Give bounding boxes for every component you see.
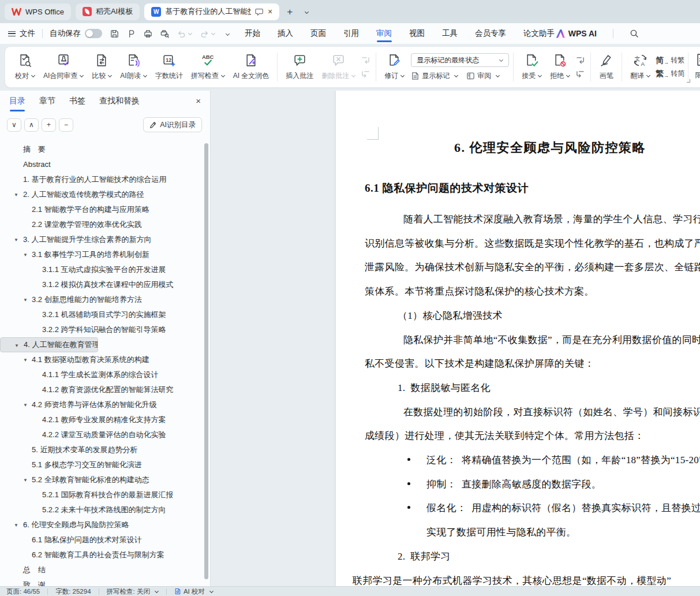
simplified-to-traditional-button[interactable]: 简→ 转繁 xyxy=(656,55,684,66)
sidebar-tab[interactable]: 目录 xyxy=(9,96,25,111)
sidebar-tab[interactable]: 查找和替换 xyxy=(99,96,140,111)
toc-item[interactable]: ▼3.2 创新思维能力的智能培养方法 xyxy=(0,292,202,307)
toc-item[interactable]: ▼4.1 数据驱动型教育决策系统的构建 xyxy=(0,352,202,367)
toc-item[interactable]: ▼5.2 全球教育智能化标准的构建动态 xyxy=(0,472,202,487)
toc-item[interactable]: 5.1 多模态学习交互的智能化演进 xyxy=(0,457,202,472)
ai-polish-button[interactable]: AI 全文润色 xyxy=(229,53,274,81)
collapse-all-button[interactable]: − xyxy=(59,118,73,132)
tab-document[interactable]: W 基于教育行业的人工智能技术 × xyxy=(144,3,279,20)
next-comment-icon[interactable] xyxy=(361,70,370,79)
toc-expand-arrow[interactable]: ▼ xyxy=(23,248,28,262)
toc-item[interactable]: 总 结 xyxy=(0,563,202,578)
print-preview-icon[interactable] xyxy=(160,29,169,38)
translate-button[interactable]: 文 A 翻译 xyxy=(626,53,654,81)
toc-item[interactable]: ▼3.1 叙事性学习工具的培养机制创新 xyxy=(0,247,202,262)
toc-item[interactable]: 4.2.1 教师专业发展的精准化支持方案 xyxy=(0,412,202,427)
toc-item[interactable]: 2.2 课堂教学管理的效率优化实践 xyxy=(0,217,202,232)
toc-item[interactable]: 3.2.1 机器辅助项目式学习的实施框架 xyxy=(0,307,202,322)
collapse-heading-button[interactable]: ∨ xyxy=(7,118,21,132)
show-markup-button[interactable]: 显示标记 xyxy=(411,71,458,81)
toc-expand-arrow[interactable]: ▼ xyxy=(23,293,28,307)
toc-item[interactable]: Abstract xyxy=(0,157,202,172)
toc-item[interactable]: ▼6. 伦理安全顾虑与风险防控策略 xyxy=(0,517,202,532)
toc-expand-arrow[interactable]: ▼ xyxy=(14,338,19,352)
print-icon[interactable] xyxy=(144,29,152,38)
toc-expand-arrow[interactable]: ▼ xyxy=(14,233,18,247)
toc-item[interactable]: ▼3. 人工智能提升学生综合素养的新方向 xyxy=(0,232,202,247)
toc-item[interactable]: ▼2. 人工智能改造传统教学模式的路径 xyxy=(0,187,202,202)
toc-expand-arrow[interactable]: ▼ xyxy=(23,353,28,367)
insert-comment-button[interactable]: 插入批注 xyxy=(282,53,317,81)
restrict-edit-button[interactable]: 限制 xyxy=(691,53,700,80)
ai-read-aloud-button[interactable]: AI朗读 xyxy=(116,53,151,81)
toc-item[interactable]: ▼4.2 师资培养与评估体系的智能化升级 xyxy=(0,397,202,412)
export-pdf-icon[interactable] xyxy=(127,29,136,38)
redo-button[interactable] xyxy=(200,29,215,38)
save-icon[interactable] xyxy=(110,29,119,38)
tab-wps-office[interactable]: WPS Office xyxy=(5,3,71,20)
spell-check-status[interactable]: 拼写检查: 关闭 xyxy=(107,587,159,596)
toc-item[interactable]: ▼4. 人工智能在教育管理中的深度渗透 xyxy=(0,337,98,352)
traditional-to-simplified-button[interactable]: 繁→ 转简 xyxy=(656,69,684,79)
markup-state-select[interactable]: 显示标记的最终状态 xyxy=(411,53,509,67)
toc-item[interactable]: 4.1.1 学生成长监测体系的综合设计 xyxy=(0,367,202,382)
new-tab-button[interactable]: + xyxy=(284,3,295,20)
toc-item[interactable]: 致 谢 xyxy=(0,578,202,586)
toc-item[interactable]: 6.2 智能教育工具的社会责任与限制方案 xyxy=(0,547,202,563)
word-count-button[interactable]: 12 字数统计 xyxy=(151,53,187,81)
undo-button[interactable] xyxy=(177,29,192,38)
spell-check-button[interactable]: ABC 拼写检查 xyxy=(187,53,229,81)
toc-item[interactable]: 5.2.2 未来十年技术路线图的制定方向 xyxy=(0,502,202,517)
autosave-toggle[interactable] xyxy=(85,29,102,38)
tab-docer[interactable]: 稻壳AI模板 xyxy=(76,3,140,20)
search-icon[interactable] xyxy=(630,29,639,38)
document-page[interactable]: 6. 伦理安全顾虑与风险防控策略 6.1 隐私保护问题的技术对策设计 随着人工智… xyxy=(336,91,700,586)
expand-heading-button[interactable]: ∧ xyxy=(24,118,39,132)
menu-item[interactable]: 审阅 xyxy=(376,23,392,44)
toc-item[interactable]: 3.1.1 互动式虚拟实验平台的开发进展 xyxy=(0,262,202,277)
reject-revision-button[interactable]: 拒绝 xyxy=(546,53,574,81)
menu-item[interactable]: 视图 xyxy=(409,23,425,44)
toc-expand-arrow[interactable]: ▼ xyxy=(23,473,28,487)
menu-item[interactable]: 开始 xyxy=(245,23,260,44)
page-indicator[interactable]: 页面: 46/55 xyxy=(6,587,40,596)
delete-comment-button[interactable]: 删除批注 xyxy=(317,53,360,81)
review-pane-button[interactable]: 审阅 xyxy=(466,71,500,81)
ai-recognize-toc-button[interactable]: AI识别目录 xyxy=(143,117,202,132)
toc-item[interactable]: 摘 要 xyxy=(0,142,202,157)
menu-item[interactable]: 工具 xyxy=(442,23,458,44)
ai-proofread-status[interactable]: AI 校对 xyxy=(174,587,214,596)
sidebar-tab[interactable]: 书签 xyxy=(69,96,85,111)
toc-expand-arrow[interactable]: ▼ xyxy=(23,398,28,412)
menu-item[interactable]: 页面 xyxy=(310,23,326,44)
toc-item[interactable]: 3.2.2 跨学科知识融合的智能引导策略 xyxy=(0,322,202,337)
ink-brush-button[interactable]: 画笔 xyxy=(595,53,617,81)
toc-item[interactable]: 5. 近期技术变革的发展趋势分析 xyxy=(0,442,202,457)
close-tab-icon[interactable]: × xyxy=(268,7,272,16)
menu-item[interactable]: 会员专享 xyxy=(475,23,506,44)
file-menu[interactable]: 文件 xyxy=(20,28,35,39)
sidebar-tab[interactable]: 章节 xyxy=(39,96,55,111)
sidebar-scrollbar-thumb[interactable] xyxy=(204,143,208,579)
next-change-icon[interactable] xyxy=(576,70,585,79)
quick-access-dropdown[interactable] xyxy=(223,29,230,38)
chat-bubble-icon[interactable] xyxy=(255,8,264,16)
toc-expand-arrow[interactable]: ▼ xyxy=(14,518,18,532)
close-sidebar-icon[interactable]: × xyxy=(196,96,201,106)
toc-item[interactable]: 5.2.1 国际教育科技合作的最新进展汇报 xyxy=(0,487,202,502)
wps-ai-button[interactable]: WPS AI xyxy=(556,29,597,38)
toc-item[interactable]: 1. 基于教育行业的人工智能技术的综合运用 xyxy=(0,172,202,187)
toc-item[interactable]: 6.1 隐私保护问题的技术对策设计 xyxy=(0,532,202,547)
track-changes-button[interactable]: 修订 xyxy=(380,53,409,81)
previous-comment-icon[interactable] xyxy=(361,56,370,65)
menu-item[interactable]: 论文助手 xyxy=(523,23,555,44)
toc-item[interactable]: 4.1.2 教育资源优化配置的智能算法研究 xyxy=(0,382,202,397)
accept-revision-button[interactable]: 接受 xyxy=(518,53,546,81)
toc-item[interactable]: 3.1.2 模拟仿真技术在课程中的应用模式 xyxy=(0,277,202,292)
toc-expand-arrow[interactable]: ▼ xyxy=(14,188,18,202)
ai-contract-review-button[interactable]: AI合同审查 xyxy=(39,53,88,81)
previous-change-icon[interactable] xyxy=(576,56,585,65)
menu-item[interactable]: 引用 xyxy=(343,23,359,44)
proofread-button[interactable]: 校对 xyxy=(11,53,39,81)
menu-item[interactable]: 插入 xyxy=(278,23,293,44)
